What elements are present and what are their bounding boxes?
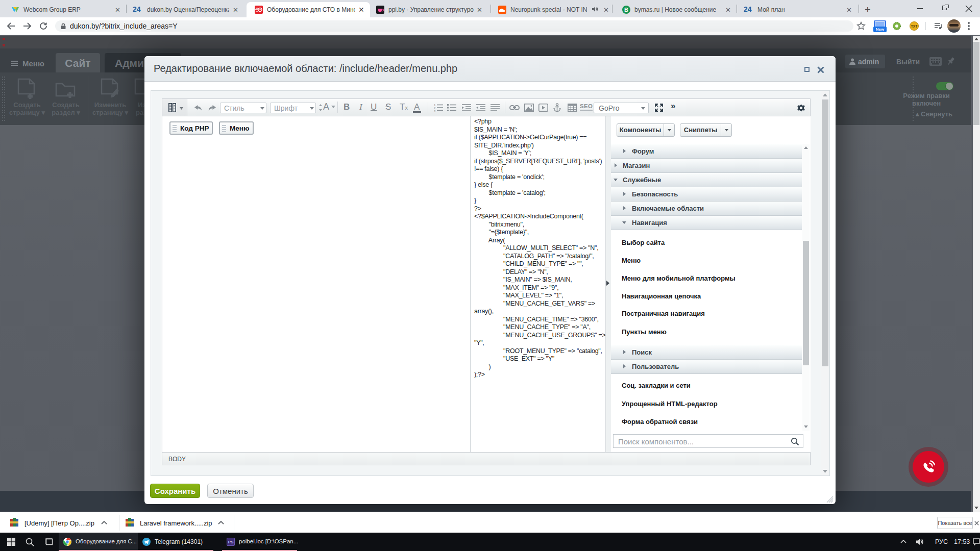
svg-text:3: 3: [434, 110, 436, 112]
